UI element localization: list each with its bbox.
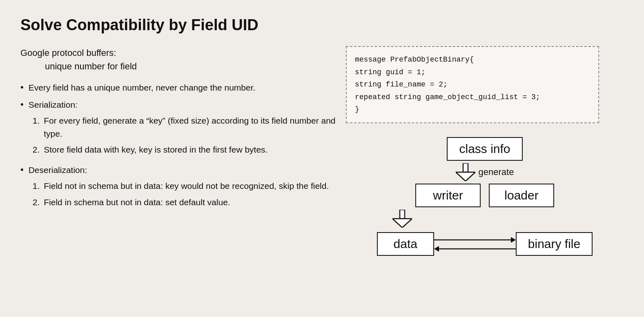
- diagram: class info generate writer loader: [377, 137, 593, 256]
- binary-file-box: binary file: [516, 232, 593, 256]
- list-item: • Deserialization: 1. Field not in schem…: [20, 164, 346, 212]
- google-proto-text: Google protocol buffers: unique number f…: [20, 46, 346, 73]
- sub-num: 2.: [33, 143, 40, 156]
- svg-rect-2: [400, 210, 405, 219]
- loader-label: loader: [504, 188, 538, 202]
- bullet-list: • Every field has a unique number, never…: [20, 81, 346, 212]
- proto-line-5: }: [355, 103, 590, 116]
- down-arrow-generate-icon: [456, 163, 475, 181]
- horizontal-arrows-icon: [434, 232, 516, 256]
- list-item: • Every field has a unique number, never…: [20, 81, 346, 94]
- sub-num: 2.: [33, 196, 40, 209]
- proto-line-2: string guid = 1;: [355, 66, 590, 79]
- writer-box: writer: [415, 184, 481, 207]
- svg-marker-1: [456, 172, 475, 181]
- data-binary-row: data binary file: [377, 232, 593, 256]
- right-content: message PrefabObjectBinary{ string guid …: [346, 46, 624, 256]
- loader-box: loader: [489, 184, 554, 207]
- generate-arrow-row: generate: [456, 163, 514, 181]
- sub-text: Field not in schema but in data: key wou…: [44, 180, 329, 193]
- svg-rect-0: [463, 163, 468, 172]
- h-arrows: [434, 232, 516, 256]
- svg-marker-5: [511, 237, 516, 243]
- writer-loader-row: writer loader: [415, 184, 554, 207]
- generate-label: generate: [479, 167, 514, 177]
- proto-code-box: message PrefabObjectBinary{ string guid …: [346, 46, 599, 123]
- proto-line-3: string file_name = 2;: [355, 78, 590, 91]
- binary-file-label: binary file: [528, 237, 580, 250]
- writer-arrow-row: [392, 210, 412, 229]
- sub-num: 1.: [33, 180, 40, 193]
- bullet-text: Deserialization: 1. Field not in schema …: [29, 164, 329, 212]
- class-info-box: class info: [447, 137, 522, 161]
- sub-list: 1. Field not in schema but in data: key …: [33, 180, 329, 208]
- data-box: data: [377, 232, 434, 256]
- list-item: 2. Field in schema but not in data: set …: [33, 196, 329, 209]
- page-title: Solve Compatibility by Field UID: [20, 16, 624, 34]
- sub-text: For every field, generate a “key” (fixed…: [44, 114, 346, 140]
- sub-list: 1. For every field, generate a “key” (fi…: [33, 114, 346, 156]
- down-arrow-writer-icon: [392, 210, 412, 228]
- svg-marker-7: [434, 246, 439, 252]
- bullet-text: Serialization: 1. For every field, gener…: [29, 98, 346, 160]
- google-proto-line2: unique number for field: [45, 60, 346, 73]
- main-layout: Google protocol buffers: unique number f…: [20, 46, 624, 256]
- bullet-dot: •: [20, 164, 24, 176]
- data-label: data: [394, 237, 417, 250]
- google-proto-line1: Google protocol buffers:: [20, 48, 116, 58]
- sub-text: Store field data with key, key is stored…: [44, 143, 267, 156]
- list-item: • Serialization: 1. For every field, gen…: [20, 98, 346, 160]
- writer-label: writer: [433, 188, 463, 202]
- proto-line-1: message PrefabObjectBinary{: [355, 53, 590, 66]
- proto-line-4: repeated string game_object_guid_list = …: [355, 91, 590, 104]
- sub-text: Field in schema but not in data: set def…: [44, 196, 230, 209]
- left-content: Google protocol buffers: unique number f…: [20, 46, 346, 216]
- bullet-dot: •: [20, 81, 24, 94]
- list-item: 1. For every field, generate a “key” (fi…: [33, 114, 346, 140]
- svg-marker-3: [392, 219, 412, 228]
- bullet-dot: •: [20, 98, 24, 111]
- list-item: 1. Field not in schema but in data: key …: [33, 180, 329, 193]
- sub-num: 1.: [33, 114, 40, 127]
- bullet-text: Every field has a unique number, never c…: [29, 81, 256, 94]
- class-info-label: class info: [459, 142, 510, 155]
- list-item: 2. Store field data with key, key is sto…: [33, 143, 346, 156]
